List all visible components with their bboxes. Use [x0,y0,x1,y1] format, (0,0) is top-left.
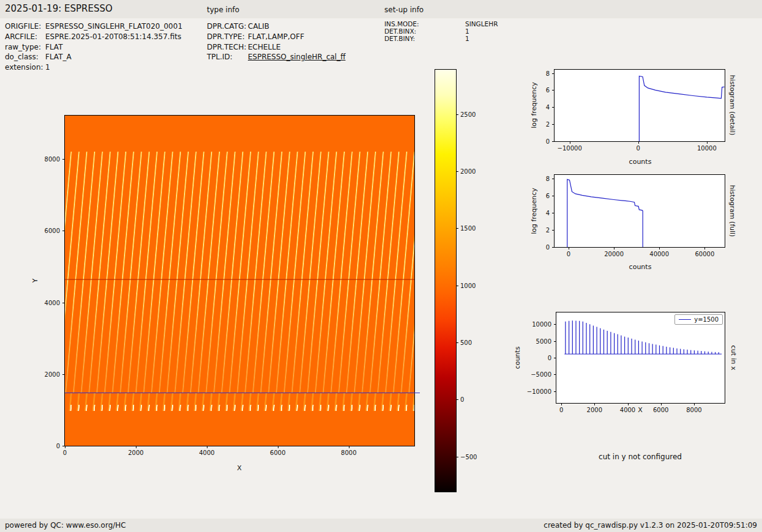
tick-label: 0 [637,145,640,152]
legend-line-sample [679,319,691,320]
meta-label: DET.BINX: [384,28,465,35]
hist-detail-title: histogram (detail) [728,75,736,136]
tick-mark [62,303,65,303]
type-info-block: DPR.CATG: CALIB DPR.TYPE: FLAT,LAMP,OFF … [207,23,345,62]
meta-label: do_class: [5,53,45,62]
tick-label: 5000 [536,338,551,344]
histogram-full-plot: 020000400006000002468 [554,174,725,248]
stripe-fade-overlay [65,152,414,393]
tick-mark [207,446,207,448]
tick-label: 2000 [587,407,602,413]
tick-mark [628,403,629,405]
tick-mark [65,446,65,448]
cut-x-xlabel: X [638,406,643,414]
det-binx-value: 1 [465,28,498,35]
tick-label: 20000 [604,251,624,257]
cut-y-note: cut in y not configured [599,453,682,461]
hist-full-xlabel: counts [629,263,652,271]
origfile-value: ESPRESSO_SINGLEHR_FLAT020_0001 [45,23,182,31]
tick-label: −10000 [527,388,551,394]
tick-mark [552,247,555,248]
tick-label: 8000 [686,407,701,413]
tick-label: −500 [460,453,477,460]
tick-label: −5000 [531,371,551,378]
tick-mark [594,403,595,405]
tick-label: 4000 [620,407,635,413]
meta-label: DET.BINY: [384,35,465,42]
det-biny-value: 1 [465,35,498,42]
tick-mark [456,286,458,286]
tick-label: 0 [546,244,550,251]
extension-value: 1 [45,64,182,72]
meta-label: raw_type: [5,43,45,52]
tick-mark [661,403,662,405]
tick-mark [456,171,458,172]
tick-label: −10000 [558,145,582,152]
tick-label: 10000 [532,321,551,328]
tick-label: 10000 [697,145,717,152]
hist-detail-ylabel: log frequency [530,82,538,128]
tick-mark [638,141,639,144]
tick-mark [456,342,458,343]
tick-label: 2 [546,121,550,128]
do-class-value: FLAT_A [45,53,182,62]
meta-label: extension: [5,64,45,72]
tick-mark [570,141,570,144]
tick-label: 0 [63,449,67,456]
ins-mode-value: SINGLEHR [465,21,498,28]
tick-label: 6 [546,87,550,94]
tick-label: 8 [546,175,550,182]
tick-mark [456,228,458,229]
tick-mark [614,247,614,249]
tick-label: 1500 [460,225,476,232]
tick-mark [62,159,65,160]
tick-label: 2000 [460,168,476,175]
tick-label: 4 [546,209,550,216]
tick-label: 8000 [45,156,60,163]
file-info-block: ORIGFILE: ESPRESSO_SINGLEHR_FLAT020_0001… [5,23,182,72]
cut-x-ylabel: counts [514,347,521,369]
tick-label: 2 [546,226,550,233]
hist_detail-series [555,70,725,141]
meta-label: DPR.CATG: [207,23,248,31]
main-ylabel: Y [31,279,39,283]
dpr-tech-value: ECHELLE [248,43,345,52]
raw-frame-image [65,116,414,446]
tick-mark [694,403,695,405]
tick-label: 0 [567,251,570,257]
tick-label: 4000 [45,299,60,306]
hist-full-ylabel: log frequency [530,188,538,234]
dpr-type-value: FLAT,LAMP,OFF [248,33,345,42]
dark-detector-row [65,279,414,280]
tick-label: 8000 [341,449,356,456]
tick-label: 500 [460,339,472,346]
tick-label: 0 [559,407,563,413]
colorbar: −50005001000150020002500 [435,69,457,492]
tick-label: 0 [460,396,464,403]
footer-left-text: powered by QC: www.eso.org/HC [5,521,126,530]
tpl-id-link[interactable]: ESPRESSO_singleHR_cal_ff [248,53,345,62]
meta-label: INS.MODE: [384,21,465,28]
tick-label: 6000 [653,407,668,413]
tick-label: 2500 [460,111,476,117]
setup-info-heading: set-up info [384,6,424,14]
tick-mark [456,399,458,400]
tick-label: 0 [56,443,60,449]
legend-label: y=1500 [694,316,719,323]
tick-label: 6000 [270,449,285,456]
meta-label: ORIGFILE: [5,23,45,31]
tick-mark [552,141,555,142]
type-info-heading: type info [207,6,239,14]
meta-label: DPR.TECH: [207,43,248,52]
cut-in-x-plot: y=1500 02000400060008000−10000−500005000… [556,312,725,404]
tick-label: 60000 [695,251,714,257]
raw-frame-plot: 0200040006000800002000400060008000 [64,115,415,446]
tick-label: 2000 [128,449,143,456]
meta-label: TPL.ID: [207,53,248,62]
tick-mark [278,446,278,448]
tick-mark [659,247,660,249]
tick-label: 8 [546,70,550,76]
tick-mark [62,374,65,375]
tick-mark [62,446,65,446]
tick-mark [569,247,569,249]
